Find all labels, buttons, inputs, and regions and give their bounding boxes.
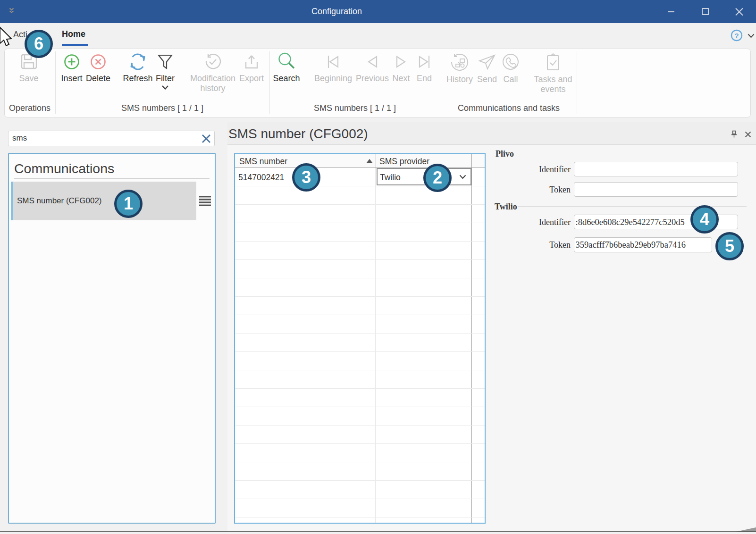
svg-text:?: ? [734,32,739,40]
